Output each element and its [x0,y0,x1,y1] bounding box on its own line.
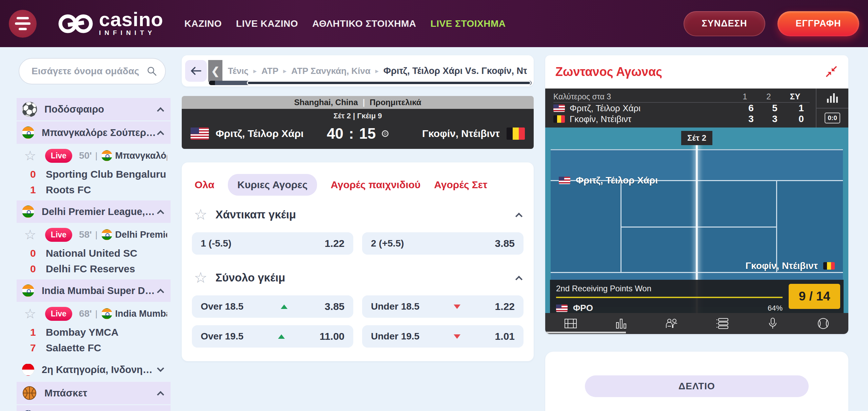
favorite-star-icon[interactable]: ☆ [194,207,207,222]
favorite-star-icon[interactable]: ☆ [24,228,36,241]
live-match-header: Ζωντανος Αγωνας [545,55,848,89]
odds-button[interactable]: 1 (-5.5) 1.22 [192,232,353,255]
chevron-up-icon[interactable] [515,276,522,283]
team-row[interactable]: 1 Roots FC [17,182,171,198]
team-row[interactable]: 0 National United SC [17,246,171,261]
india-flag-icon [101,229,112,240]
tab-game-markets[interactable]: Αγορές παιχνιδιού [331,179,420,191]
chevron-up-icon [157,210,164,217]
chevron-up-icon [157,131,164,138]
banner-player1: Φριτζ, Τέιλορ Χάρι [191,128,319,140]
commentary-tab[interactable] [747,313,798,334]
breadcrumb-scrollbar-thumb[interactable] [247,81,531,85]
nav-kazino[interactable]: ΚΑΖΙΝΟ [184,18,222,29]
breadcrumb-scrollbar [209,81,532,85]
live-badge: Live [45,307,72,321]
sidebar-item-indonesia-division[interactable]: 2η Κατηγορία, Ινδονη… [17,358,171,381]
logo-subtext: INFINITY [99,29,163,37]
breadcrumb-tournament[interactable]: ATP Σανγκάη, Κίνα [291,66,371,76]
india-flag-icon [22,206,34,218]
team-row[interactable]: 0 Delhi FC Reserves [17,261,171,277]
stat-title: 2nd Receiving Points Won [556,284,783,293]
usa-flag-icon [556,305,568,312]
court-player1-label: Φριτζ, Τέιλορ Χάρι [559,175,658,186]
lineups-tab[interactable] [697,313,747,334]
odds-button[interactable]: Under 19.5 1.01 [362,325,524,348]
current-game-mini-score: 0:0 [825,113,840,123]
serve-indicator-icon [382,130,389,137]
belgium-flag-icon [823,262,835,270]
chevron-up-icon[interactable] [515,213,522,220]
back-button[interactable] [185,60,207,82]
team-row[interactable]: 7 Salaette FC [17,340,171,356]
favorite-star-icon[interactable]: ☆ [24,149,36,162]
top-navigation: ΚΑΖΙΝΟ LIVE ΚΑΖΙΝΟ ΑΘΛΗΤΙΚΟ ΣΤΟΙΧΗΜΑ LIV… [184,18,506,29]
chevron-up-icon [157,289,164,296]
breadcrumb-atp[interactable]: ATP [261,66,278,76]
tennis-tab[interactable] [798,313,848,334]
page: casino INFINITY ΚΑΖΙΝΟ LIVE ΚΑΖΙΝΟ ΑΘΛΗΤ… [0,0,868,411]
register-button[interactable]: ΕΓΓΡΑΦΗ [777,11,859,36]
nav-live-betting[interactable]: LIVE ΣΤΟΙΧΗΜΑ [431,18,506,29]
india-flag-icon [101,150,112,161]
topbar: casino INFINITY ΚΑΖΙΝΟ LIVE ΚΑΖΙΝΟ ΑΘΛΗΤ… [0,0,868,47]
odds-up-trend-icon [281,305,288,309]
collapse-widget-button[interactable] [825,65,838,79]
stat-value-badge: 9 / 14 [789,284,840,309]
match-banner-body: Σέτ 2 | Γκέιμ 9 Φριτζ, Τέιλορ Χάρι 40 : … [182,109,534,149]
sidebar-item-football[interactable]: ⚽ Ποδόσφαιρο [17,98,171,120]
team-row[interactable]: 0 Sporting Club Bengaluru [17,167,171,182]
scoreboard: Καλύτερος στα 3 1 2 ΣΥ Φριτζ, Τέιλορ Χάρ… [545,89,848,128]
sidebar-item-basketball[interactable]: Μπάσκετ [17,382,171,404]
scoreboard-row-player1: Φριτζ, Τέιλορ Χάρι 6 5 1 [553,103,816,114]
infinity-icon [58,13,94,34]
sidebar-item-delhi-league[interactable]: Delhi Premier League,… [17,200,171,223]
bet-slip-button[interactable]: ΔΕΛΤΙΟ [585,375,809,397]
tab-main-markets[interactable]: Κυριες Αγορες [228,174,317,196]
live-badge: Live [45,228,72,242]
odds-button[interactable]: Over 19.5 11.00 [192,325,353,348]
team-row[interactable]: 1 Bombay YMCA [17,325,171,340]
players-tab[interactable] [646,313,697,334]
odds-button[interactable]: Under 18.5 1.22 [362,295,524,318]
bar-chart-icon [827,93,838,103]
sidebar-item-bangalore-league[interactable]: Μπανγκαλόρε Σούπερ… [17,121,171,144]
breadcrumb-separator: ▸ [375,67,379,75]
odds-button[interactable]: 2 (+5.5) 3.85 [362,232,524,255]
hamburger-menu-button[interactable] [9,10,37,38]
favorite-star-icon[interactable]: ☆ [24,307,36,320]
usa-flag-icon [191,128,209,140]
court-player2-label: Γκοφίν, Ντέιβιντ [745,260,835,271]
match-banner: Shanghai, China | Προημιτελικά Σέτ 2 | Γ… [182,96,534,149]
sidebar-live-match[interactable]: ☆ Live 58' | Delhi Premier Leag… [17,224,171,246]
tab-all[interactable]: Ολα [195,179,214,191]
favorite-star-icon[interactable]: ☆ [194,270,207,285]
game-score: 40 : 15 [319,125,396,142]
court-view-tab[interactable] [545,313,596,334]
statistics-tab[interactable] [596,313,646,334]
breadcrumb-separator: ▸ [253,67,257,75]
login-button[interactable]: ΣΥΝΔΕΣΗ [684,11,765,36]
widget-tab-bar [545,313,848,334]
nav-live-kazino[interactable]: LIVE ΚΑΖΙΝΟ [236,18,298,29]
breadcrumb-separator: ▸ [283,67,287,75]
nav-sports-betting[interactable]: ΑΘΛΗΤΙΚΟ ΣΤΟΙΧΗΜΑ [312,18,416,29]
casino-infinity-logo[interactable]: casino INFINITY [58,11,163,36]
sidebar-item-womens-championship[interactable]: Γυναικείο Πρωτάθλημ… [17,405,171,411]
breadcrumb-tennis[interactable]: Τένις [228,66,249,76]
match-format-label: Καλύτερος στα 3 [553,92,733,101]
chevron-up-icon [157,107,164,114]
sidebar: ⚽ Ποδόσφαιρο Μπανγκαλόρε Σούπερ… ☆ Live … [17,55,171,411]
odds-button[interactable]: Over 18.5 3.85 [192,295,353,318]
search-input[interactable] [19,58,166,84]
breadcrumb-scroll-left-button[interactable]: ❮ [208,60,222,82]
match-banner-venue: Shanghai, China | Προημιτελικά [182,96,534,109]
stats-toggle-button[interactable] [816,89,848,109]
sidebar-live-match[interactable]: ☆ Live 50' | Μπανγκαλόρε Σού… [17,145,171,167]
sidebar-live-match[interactable]: ☆ Live 68' | India Mumbai Supe… [17,303,171,325]
usa-flag-icon [559,177,570,184]
tab-set-markets[interactable]: Αγορές Σετ [434,179,487,191]
scoreboard-row-player2: Γκοφίν, Ντέιβιντ 3 3 0 [553,114,816,124]
active-tab-indicator [545,332,626,333]
sidebar-item-mumbai-league[interactable]: India Mumbai Super D… [17,279,171,302]
